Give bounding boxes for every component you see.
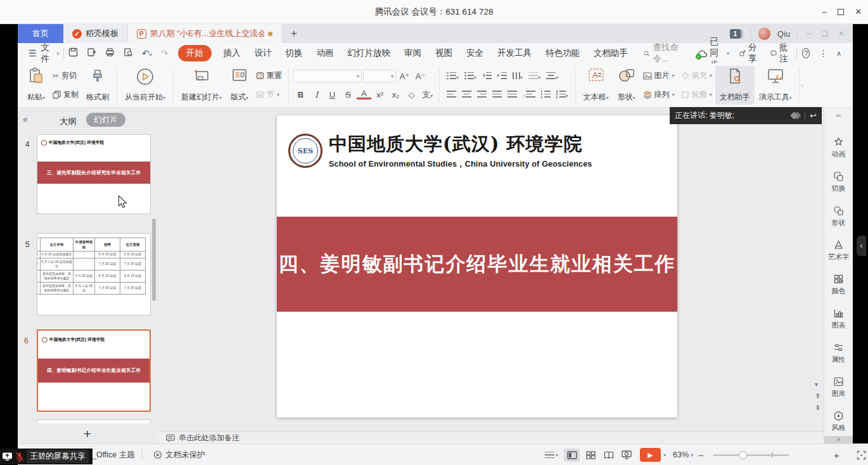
meeting-maximize-button[interactable] <box>838 9 844 15</box>
menu-animation[interactable]: 动画 <box>317 48 334 59</box>
print-icon[interactable] <box>105 48 115 59</box>
slides-tab[interactable]: 幻灯片 <box>86 113 125 127</box>
tab-document[interactable]: P 第八期 “小E有...业生线上交流会 <box>128 24 281 43</box>
menu-transition[interactable]: 切换 <box>286 48 303 59</box>
panel-scrollbar-thumb[interactable] <box>152 219 156 301</box>
italic-button[interactable]: I <box>309 90 324 99</box>
slide-6-thumbnail-selected[interactable]: 中国地质大学(武汉) 环境学院 四、姜明敏副书记介绍毕业生就业相关工作 <box>37 329 151 412</box>
screen-share-icon[interactable] <box>2 452 13 461</box>
toast-back-icon[interactable]: ↩ <box>810 111 817 120</box>
zoom-in-button[interactable]: + <box>834 444 839 465</box>
sidebar-collapse-handle[interactable]: ‹ <box>857 236 866 256</box>
cut-button[interactable]: ✂剪切 <box>51 70 80 82</box>
font-color-button[interactable]: A <box>357 90 371 99</box>
decrease-indent-button[interactable] <box>482 70 492 82</box>
slide-sorter-view-button[interactable] <box>583 449 599 462</box>
wps-maximize-button[interactable]: ❑ <box>820 29 830 38</box>
slide-4-thumbnail[interactable]: 中国地质大学(武汉) 环境学院 三、谢先军副院长介绍研究生毕业相关工作 <box>37 134 151 214</box>
file-caret-icon[interactable]: ∨ <box>56 51 60 56</box>
share-button[interactable]: 分享 <box>739 42 760 65</box>
menu-review[interactable]: 审阅 <box>404 48 421 59</box>
subscript-button[interactable]: x₂ <box>388 90 403 99</box>
muted-mic-icon[interactable] <box>15 452 24 462</box>
outline-tab[interactable]: 大纲 <box>60 116 77 127</box>
menu-home[interactable]: 开始 <box>178 45 212 61</box>
meeting-close-button[interactable]: ✕ <box>853 6 864 18</box>
print-preview-icon[interactable] <box>124 48 133 59</box>
next-slide-button[interactable]: ⇟ <box>815 404 820 411</box>
phonetic-guide-button[interactable]: 支▾ <box>420 89 435 101</box>
play-options-caret[interactable]: ▾ <box>663 444 666 465</box>
slideshow-view-button[interactable] <box>618 449 634 462</box>
reading-view-button[interactable] <box>601 449 616 462</box>
section-button[interactable]: 节▾ <box>254 89 284 101</box>
notes-bar[interactable]: 单击此处添加备注 <box>157 431 824 443</box>
zoom-slider-knob[interactable] <box>739 451 747 459</box>
sidebar-expand-button[interactable]: ∨ <box>824 436 853 443</box>
format-painter-button[interactable]: 格式刷 <box>82 66 113 105</box>
text-frame-button[interactable]: ▾ <box>528 70 540 82</box>
sidebar-item-properties[interactable]: 属性 <box>824 336 853 370</box>
redo-icon[interactable]: ↷ <box>161 48 169 58</box>
paste-button[interactable]: 粘贴▾ <box>23 66 49 105</box>
sidebar-item-transition[interactable]: 切换 <box>824 165 853 199</box>
reset-button[interactable]: 重置 <box>254 70 284 82</box>
menu-doc-assistant[interactable]: 文档助手 <box>594 48 628 59</box>
align-center-button[interactable] <box>462 89 471 100</box>
justify-button[interactable] <box>492 89 502 100</box>
document-protection-status[interactable]: 文档未保护 <box>153 444 205 465</box>
sidebar-item-shapes[interactable]: 形状 <box>824 199 853 233</box>
collapse-panel-button[interactable]: « <box>23 114 28 124</box>
sidebar-item-wordart[interactable]: 艺术字 <box>824 233 853 267</box>
increase-font-button[interactable]: A⁺ <box>397 72 412 81</box>
increase-spacing-button[interactable] <box>541 89 551 100</box>
menu-dev-tools[interactable]: 开发工具 <box>497 48 532 59</box>
line-spacing-button[interactable]: ↕ <box>523 89 535 100</box>
decrease-font-button[interactable]: A⁻ <box>413 72 428 81</box>
wps-minimize-button[interactable]: – <box>803 29 814 38</box>
undo-icon[interactable]: ↶▾ <box>142 48 152 58</box>
sidebar-menu-icon[interactable]: ═ <box>824 111 853 119</box>
tab-docer[interactable]: ✓ 稻壳模板 <box>63 24 128 43</box>
zoom-slider-track[interactable] <box>713 454 789 456</box>
fit-slide-button[interactable] <box>857 444 866 465</box>
slide-canvas[interactable]: SES 中国地质大学(武汉) 环境学院 School of Environmen… <box>277 115 677 417</box>
underline-button[interactable]: U <box>325 90 340 99</box>
strikethrough-button[interactable]: S <box>341 90 355 99</box>
new-tab-button[interactable]: + <box>281 24 307 43</box>
avatar[interactable] <box>758 27 771 41</box>
menu-features[interactable]: 特色功能 <box>546 48 580 59</box>
wps-close-button[interactable]: ✕ <box>836 29 846 38</box>
sidebar-item-colors[interactable]: 颜色 <box>824 267 853 302</box>
meeting-minimize-button[interactable]: – <box>819 6 830 18</box>
scroll-down-icon[interactable]: ▾ <box>815 381 818 388</box>
sidebar-item-animation[interactable]: 动画 <box>824 131 853 165</box>
paragraph-layout-button[interactable]: ▾ <box>546 70 558 82</box>
zoom-out-button[interactable]: − <box>698 444 704 465</box>
menu-file[interactable]: 文件 <box>41 42 54 65</box>
menu-insert[interactable]: 插入 <box>224 48 241 59</box>
bold-button[interactable]: B <box>293 90 308 99</box>
bullet-list-button[interactable]: ▾ <box>447 70 459 82</box>
font-size-select[interactable]: ▾ <box>363 70 396 82</box>
menu-security[interactable]: 安全 <box>466 48 483 59</box>
menu-view[interactable]: 视图 <box>435 48 452 59</box>
comment-button[interactable]: 批注 <box>770 42 791 65</box>
previous-slide-button[interactable]: ⇞ <box>815 393 820 399</box>
add-slide-button[interactable]: + <box>18 426 157 442</box>
view-options-button[interactable]: ▾ <box>545 444 558 465</box>
copy-button[interactable]: 复制 <box>51 89 80 101</box>
shapes-button[interactable]: 形状▾ <box>613 66 640 105</box>
increase-indent-button[interactable] <box>497 70 507 82</box>
superscript-button[interactable]: x² <box>373 90 387 99</box>
export-icon[interactable] <box>87 48 96 59</box>
outline-button[interactable]: 轮廓▾ <box>679 89 714 101</box>
distribute-button[interactable] <box>507 89 517 100</box>
search-command[interactable]: 查找命令... <box>644 42 682 65</box>
decrease-spacing-button[interactable]: ▾ <box>556 89 568 100</box>
align-right-button[interactable] <box>477 89 487 100</box>
doc-assistant-button[interactable]: 文档助手 <box>715 66 755 105</box>
picture-button[interactable]: 图片▾ <box>641 70 677 82</box>
more-options-icon[interactable]: ⋮ <box>819 48 827 58</box>
hamburger-icon[interactable]: ☰ <box>29 48 37 58</box>
